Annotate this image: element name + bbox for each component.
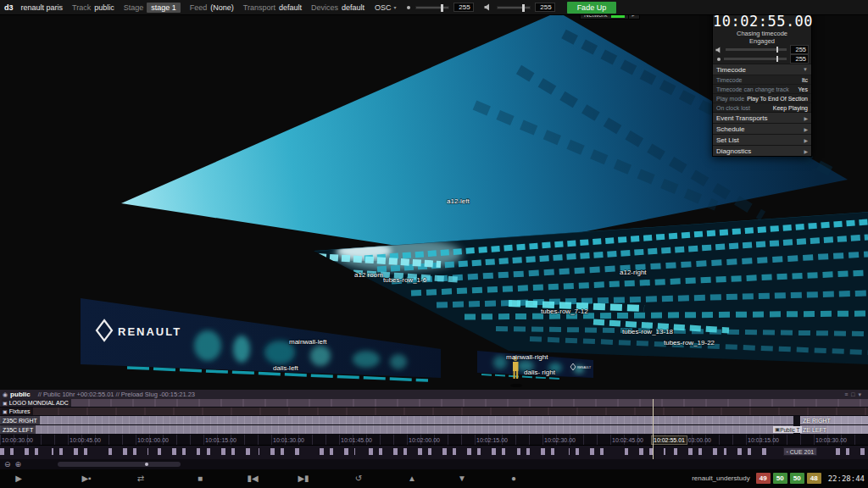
prop-on-clock-lost[interactable]: On clock lost Keep Playing — [713, 103, 811, 112]
previous-cue-button[interactable]: ▲ — [400, 473, 424, 485]
fade-up-button[interactable]: Fade Up — [567, 2, 617, 14]
panel-brightness-row: 255 — [713, 54, 811, 64]
menu-stage-value[interactable]: stage 1 — [147, 3, 181, 13]
panel-brightness-value[interactable]: 255 — [790, 54, 809, 64]
speaker-icon — [715, 47, 722, 53]
menu-devices-value[interactable]: default — [342, 3, 364, 12]
ruler-tick: 10:02:15.00 — [476, 437, 508, 443]
brightness-value[interactable]: 255 — [453, 3, 474, 12]
layer-label-fixtures[interactable]: ▣ Fixtures — [0, 408, 33, 415]
menu-transport-value[interactable]: default — [279, 3, 302, 12]
prop-value[interactable]: Keep Playing — [773, 105, 808, 111]
return-to-start-button[interactable]: ↺ — [347, 473, 370, 485]
menu-track-label[interactable]: Track — [72, 3, 91, 12]
track-icon: ◉ — [3, 391, 8, 398]
panel-brightness-thumb[interactable] — [776, 56, 778, 62]
section-event-transports[interactable]: Event Transports ▶ — [713, 112, 811, 123]
playhead-timecode[interactable]: 10:02:55.01 — [651, 435, 687, 445]
fps-stat-badge[interactable]: 50 — [773, 473, 787, 484]
loop-section-button[interactable]: ⇄ — [129, 473, 153, 485]
panel-brightness-slider[interactable] — [724, 58, 787, 60]
volume-value[interactable]: 255 — [535, 3, 555, 12]
osc-menu[interactable]: OSC ▾ — [375, 3, 397, 12]
next-section-button[interactable]: ▶▮ — [292, 473, 315, 485]
section-schedule[interactable]: Schedule ▶ — [713, 123, 811, 134]
cue-marker[interactable]: ▪ CUE 201 — [783, 447, 817, 456]
stop-button[interactable]: ■ — [188, 473, 212, 485]
ruler-tick: 10:01:15.00 — [205, 437, 236, 443]
timeline-header[interactable]: ◉ public // Public 10hr +00:02:55.01 // … — [0, 390, 868, 399]
track-info: // Public 10hr +00:02:55.01 // Preload S… — [38, 391, 195, 398]
layer-name: Fixtures — [9, 408, 31, 414]
next-cue-button[interactable]: ▼ — [450, 473, 474, 485]
layer-bar-z35c-left[interactable] — [0, 425, 793, 434]
collapse-icon[interactable]: ▾ — [858, 391, 865, 397]
prop-timecode-can-change-track[interactable]: Timecode can change track Yes — [713, 84, 811, 93]
mainwall-surface[interactable] — [81, 298, 441, 378]
brightness-slider[interactable] — [415, 6, 449, 9]
timeline-scrollbar[interactable] — [58, 462, 181, 467]
volume-slider[interactable] — [497, 6, 531, 9]
scrollbar-thumb[interactable] — [145, 463, 148, 466]
layer-label-z35c-left[interactable]: Z35C LEFT — [0, 425, 36, 434]
prop-play-mode[interactable]: Play mode Play To End Of Section — [713, 93, 811, 103]
prop-value[interactable]: ltc — [802, 77, 808, 83]
layer-bar-ze-left[interactable]: ZE LEFT — [800, 425, 868, 434]
fps-stat-badge[interactable]: 50 — [790, 473, 804, 484]
ruler-tick: 10:01:45.00 — [341, 437, 372, 443]
fps-stat-badge[interactable]: 48 — [807, 473, 821, 484]
machine-status-cluster: renault_understudy 49 50 50 48 22:28:44 — [692, 473, 865, 484]
play-button[interactable]: ▶ — [7, 473, 31, 485]
timeline-row-fixtures: ▣ Fixtures — [0, 408, 868, 416]
chevron-down-icon: ▾ — [394, 4, 397, 10]
app-logo[interactable]: d3 — [4, 3, 14, 12]
layer-bar-logo[interactable] — [0, 399, 868, 407]
timeline-ruler[interactable]: 10:00:30.00 10:00:45.00 10:01:00.00 10:0… — [0, 435, 868, 446]
menu-feed-label[interactable]: Feed — [190, 3, 208, 12]
menu-transport-label[interactable]: Transport — [243, 3, 275, 12]
section-label: Set List — [716, 136, 739, 144]
cue-icon: ▪ — [787, 449, 788, 454]
prop-timecode[interactable]: Timecode ltc — [713, 75, 811, 84]
layer-label-logo[interactable]: ▣ LOGO MONDIAL ADC — [0, 399, 71, 407]
layer-bar-fixtures[interactable] — [0, 408, 868, 415]
menu-bar: d3 renault paris Track public Stage stag… — [0, 0, 868, 15]
screen-label-a12-right: a12-right — [620, 269, 647, 276]
panel-volume-slider[interactable] — [726, 48, 787, 51]
volume-slider-thumb[interactable] — [522, 4, 525, 12]
section-set-list[interactable]: Set List ▶ — [713, 134, 811, 145]
screen-label-mainwall-left: mainwall-left — [289, 338, 327, 346]
layer-bar-z35c-right[interactable] — [0, 416, 793, 424]
timeline-sections-row[interactable]: ▪ CUE 201 — [0, 446, 868, 459]
screen-label-a12-room: a12 room — [354, 271, 383, 279]
track-name[interactable]: public — [10, 391, 31, 398]
previous-section-button[interactable]: ▮◀ — [241, 473, 264, 485]
section-timecode[interactable]: Timecode ▼ — [713, 64, 811, 75]
panel-volume-value[interactable]: 255 — [790, 45, 809, 54]
play-to-end-button[interactable]: ▶▪ — [75, 473, 98, 485]
layer-bar-ze-right[interactable]: ZE RIGHT — [800, 416, 868, 424]
panel-volume-row: 255 — [713, 45, 811, 54]
menu-devices-label[interactable]: Devices — [311, 3, 338, 12]
playhead-line[interactable] — [653, 399, 654, 459]
machine-name[interactable]: renault_understudy — [692, 474, 750, 482]
section-diagnostics[interactable]: Diagnostics ▶ — [713, 145, 811, 156]
project-name[interactable]: renault paris — [21, 3, 64, 12]
public-track-chip[interactable]: ▣ Public T — [773, 426, 802, 433]
zoom-in-icon[interactable]: ⊕ — [15, 460, 22, 469]
record-button[interactable]: ● — [502, 473, 526, 485]
menu-stage-label[interactable]: Stage — [124, 3, 144, 12]
timeline-header-icons[interactable]: ≡□▾ — [844, 391, 865, 398]
layer-name: Z35C RIGHT — [3, 418, 37, 424]
layer-label-z35c-right[interactable]: Z35C RIGHT — [0, 416, 40, 424]
menu-feed-value[interactable]: (None) — [210, 3, 234, 12]
prop-label: Timecode can change track — [716, 86, 789, 92]
menu-track-value[interactable]: public — [94, 3, 114, 12]
brightness-slider-thumb[interactable] — [441, 4, 443, 12]
zoom-out-icon[interactable]: ⊖ — [4, 460, 11, 469]
panel-volume-thumb[interactable] — [776, 47, 778, 53]
prop-value[interactable]: Play To End Of Section — [747, 96, 808, 102]
fps-stat-badge[interactable]: 49 — [756, 473, 771, 484]
prop-value[interactable]: Yes — [798, 86, 808, 92]
screen-label-a12-left: a12-left — [447, 197, 470, 205]
